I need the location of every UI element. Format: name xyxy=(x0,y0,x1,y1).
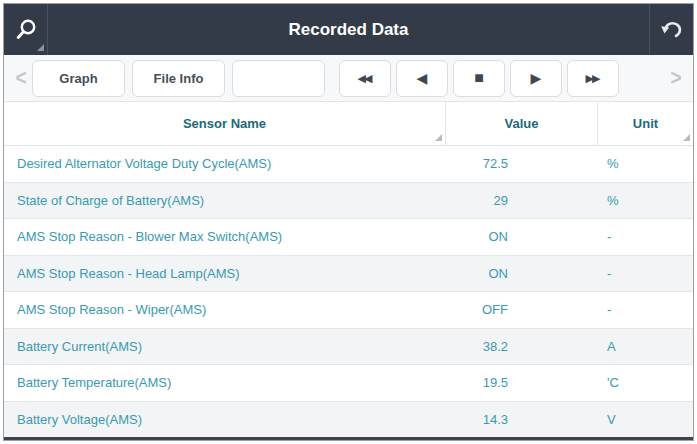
table-row[interactable]: Battery Temperature(AMS) 19.5 'C xyxy=(4,365,693,402)
sensor-value: 72.5 xyxy=(446,156,598,171)
rewind-button[interactable]: ◀◀ xyxy=(339,60,391,97)
table-row[interactable]: Battery Current(AMS) 38.2 A xyxy=(4,329,693,366)
play-button[interactable]: ▶ xyxy=(510,60,562,97)
toolbar: < Graph File Info ◀◀ ◀ ■ ▶ ▶▶ > xyxy=(4,55,693,101)
column-header-unit[interactable]: Unit xyxy=(597,102,693,145)
step-back-button[interactable]: ◀ xyxy=(396,60,448,97)
graph-button[interactable]: Graph xyxy=(32,60,125,97)
column-header-label: Sensor Name xyxy=(183,116,266,131)
table-row[interactable]: AMS Stop Reason - Wiper(AMS) OFF - xyxy=(4,292,693,329)
sensor-value: ON xyxy=(446,229,598,244)
resize-handle-icon xyxy=(37,44,44,51)
rewind-icon: ◀◀ xyxy=(358,73,373,84)
sensor-name: Battery Temperature(AMS) xyxy=(4,375,446,390)
title-bar: Recorded Data xyxy=(4,4,693,55)
sensor-name: State of Charge of Battery(AMS) xyxy=(4,193,446,208)
table-row[interactable]: AMS Stop Reason - Blower Max Switch(AMS)… xyxy=(4,219,693,256)
table-header: Sensor Name Value Unit xyxy=(4,101,693,146)
sensor-value: 29 xyxy=(446,193,598,208)
fast-forward-button[interactable]: ▶▶ xyxy=(567,60,619,97)
column-resize-handle-icon[interactable] xyxy=(435,134,442,141)
sensor-value: 38.2 xyxy=(446,339,598,354)
app-window: Recorded Data < Graph File Info ◀◀ ◀ ■ xyxy=(3,3,694,441)
sensor-name: Battery Current(AMS) xyxy=(4,339,446,354)
sensor-unit: - xyxy=(598,266,693,281)
play-icon: ▶ xyxy=(531,71,542,85)
stop-icon: ■ xyxy=(474,70,484,86)
sensor-unit: % xyxy=(598,156,693,171)
page-prev-chevron[interactable]: < xyxy=(10,65,32,91)
sensor-value: 14.3 xyxy=(446,412,598,427)
empty-button[interactable] xyxy=(232,60,325,97)
sensor-name: AMS Stop Reason - Head Lamp(AMS) xyxy=(4,266,446,281)
magnifier-zoom-icon xyxy=(13,17,39,43)
fast-forward-icon: ▶▶ xyxy=(586,73,601,84)
step-back-icon: ◀ xyxy=(417,71,428,85)
sensor-name: AMS Stop Reason - Blower Max Switch(AMS) xyxy=(4,229,446,244)
column-header-sensor-name[interactable]: Sensor Name xyxy=(4,102,445,145)
sensor-unit: 'C xyxy=(598,375,693,390)
sensor-value: 19.5 xyxy=(446,375,598,390)
back-button[interactable] xyxy=(649,4,693,55)
table-row[interactable]: AMS Stop Reason - Head Lamp(AMS) ON - xyxy=(4,256,693,293)
sensor-unit: A xyxy=(598,339,693,354)
page: Recorded Data < Graph File Info ◀◀ ◀ ■ xyxy=(0,0,697,444)
column-header-value[interactable]: Value xyxy=(445,102,597,145)
sensor-value: ON xyxy=(446,266,598,281)
sensor-name: Desired Alternator Voltage Duty Cycle(AM… xyxy=(4,156,446,171)
page-next-chevron[interactable]: > xyxy=(665,65,687,91)
column-resize-handle-icon[interactable] xyxy=(683,134,690,141)
return-arrow-icon xyxy=(659,18,685,42)
column-header-label: Unit xyxy=(633,116,658,131)
sensor-name: AMS Stop Reason - Wiper(AMS) xyxy=(4,302,446,317)
sensor-unit: - xyxy=(598,229,693,244)
file-info-button[interactable]: File Info xyxy=(132,60,225,97)
column-header-label: Value xyxy=(505,116,539,131)
table-row[interactable]: State of Charge of Battery(AMS) 29 % xyxy=(4,183,693,220)
table-row[interactable]: Battery Voltage(AMS) 14.3 V xyxy=(4,402,693,438)
sensor-unit: V xyxy=(598,412,693,427)
stop-button[interactable]: ■ xyxy=(453,60,505,97)
zoom-tool-button[interactable] xyxy=(4,4,48,55)
page-title: Recorded Data xyxy=(4,4,693,55)
sensor-table: Desired Alternator Voltage Duty Cycle(AM… xyxy=(4,146,693,440)
sensor-unit: - xyxy=(598,302,693,317)
sensor-name: Battery Voltage(AMS) xyxy=(4,412,446,427)
table-row[interactable]: Desired Alternator Voltage Duty Cycle(AM… xyxy=(4,146,693,183)
sensor-unit: % xyxy=(598,193,693,208)
sensor-value: OFF xyxy=(446,302,598,317)
